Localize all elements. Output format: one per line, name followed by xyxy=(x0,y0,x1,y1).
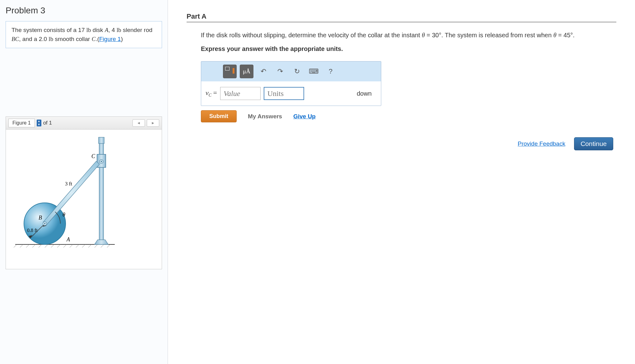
svg-point-29 xyxy=(101,161,102,162)
svg-line-4 xyxy=(32,244,35,248)
keyboard-button[interactable]: ⌨ xyxy=(307,65,321,78)
redo-icon: ↷ xyxy=(277,67,283,75)
svg-line-16 xyxy=(107,244,110,248)
figure-stepper[interactable]: ▲ ▼ xyxy=(37,120,41,126)
reset-icon: ↻ xyxy=(294,67,300,75)
svg-text:A: A xyxy=(66,236,70,243)
svg-line-14 xyxy=(95,244,98,248)
mechanism-diagram: 0.8 ft xyxy=(12,136,118,260)
templates-button[interactable] xyxy=(223,65,237,78)
svg-text:0.8 ft: 0.8 ft xyxy=(27,228,38,233)
svg-text:3 ft: 3 ft xyxy=(65,181,72,187)
svg-line-13 xyxy=(88,244,91,248)
chevron-right-icon: ► xyxy=(151,121,155,125)
action-row: Submit My Answers Give Up xyxy=(201,110,616,122)
svg-text:B: B xyxy=(39,215,42,221)
svg-point-27 xyxy=(44,223,46,225)
answer-toolbar: μÅ ↶ ↷ ↻ ⌨ ? xyxy=(201,61,381,81)
undo-button[interactable]: ↶ xyxy=(257,65,270,78)
figure-prev-button[interactable]: ◄ xyxy=(132,119,145,127)
units-button[interactable]: μÅ xyxy=(240,65,253,78)
units-input[interactable] xyxy=(264,87,304,100)
svg-line-15 xyxy=(101,244,104,248)
stepper-down-icon[interactable]: ▼ xyxy=(37,123,41,126)
reset-button[interactable]: ↻ xyxy=(290,65,304,78)
figure-label: Figure 1 xyxy=(8,119,35,127)
svg-line-10 xyxy=(70,244,73,248)
svg-text:C: C xyxy=(91,153,95,159)
svg-line-9 xyxy=(63,244,67,248)
figure-nav: ◄ ► xyxy=(132,119,159,127)
variable-label: vC = xyxy=(206,89,217,98)
value-input[interactable] xyxy=(220,87,261,100)
undo-icon: ↶ xyxy=(261,67,266,75)
figure-next-button[interactable]: ► xyxy=(147,119,159,127)
question-text: If the disk rolls without slipping, dete… xyxy=(201,30,616,40)
keyboard-icon: ⌨ xyxy=(309,67,319,75)
svg-line-3 xyxy=(26,244,29,248)
svg-line-2 xyxy=(20,244,23,248)
svg-line-6 xyxy=(45,244,48,248)
right-panel: Part A If the disk rolls without slippin… xyxy=(168,0,635,364)
svg-line-12 xyxy=(82,244,85,248)
svg-line-8 xyxy=(57,244,60,248)
figure-body: 0.8 ft xyxy=(6,130,162,269)
svg-rect-23 xyxy=(99,137,104,143)
part-header: Part A xyxy=(187,12,616,22)
chevron-left-icon: ◄ xyxy=(137,121,141,125)
stepper-up-icon[interactable]: ▲ xyxy=(37,120,41,123)
svg-line-7 xyxy=(51,244,54,248)
give-up-link[interactable]: Give Up xyxy=(293,113,316,120)
help-button[interactable]: ? xyxy=(324,65,337,78)
left-panel: Problem 3 The system consists of a 17 lb… xyxy=(0,0,168,364)
figure-of-text: of 1 xyxy=(43,120,52,126)
problem-description: The system consists of a 17 lb disk A, 4… xyxy=(6,21,162,48)
continue-button[interactable]: Continue xyxy=(574,137,613,150)
input-row: vC = down xyxy=(201,81,381,106)
figure-section: Figure 1 ▲ ▼ of 1 ◄ ► xyxy=(6,116,162,269)
problem-title: Problem 3 xyxy=(6,6,162,16)
svg-rect-25 xyxy=(43,161,100,225)
svg-line-5 xyxy=(39,244,42,248)
bottom-actions: Provide Feedback Continue xyxy=(187,137,613,150)
my-answers-label: My Answers xyxy=(248,113,282,120)
svg-line-11 xyxy=(76,244,79,248)
feedback-link[interactable]: Provide Feedback xyxy=(518,140,565,147)
answer-box: μÅ ↶ ↷ ↻ ⌨ ? vC = xyxy=(201,61,381,106)
svg-line-1 xyxy=(14,244,17,248)
submit-button[interactable]: Submit xyxy=(201,110,237,122)
figure-header: Figure 1 ▲ ▼ of 1 ◄ ► xyxy=(6,116,162,130)
instruction-text: Express your answer with the appropriate… xyxy=(201,45,616,52)
figure-link[interactable]: Figure 1 xyxy=(99,36,121,42)
svg-text:θ: θ xyxy=(63,212,65,218)
redo-button[interactable]: ↷ xyxy=(273,65,287,78)
direction-label: down xyxy=(357,90,372,97)
